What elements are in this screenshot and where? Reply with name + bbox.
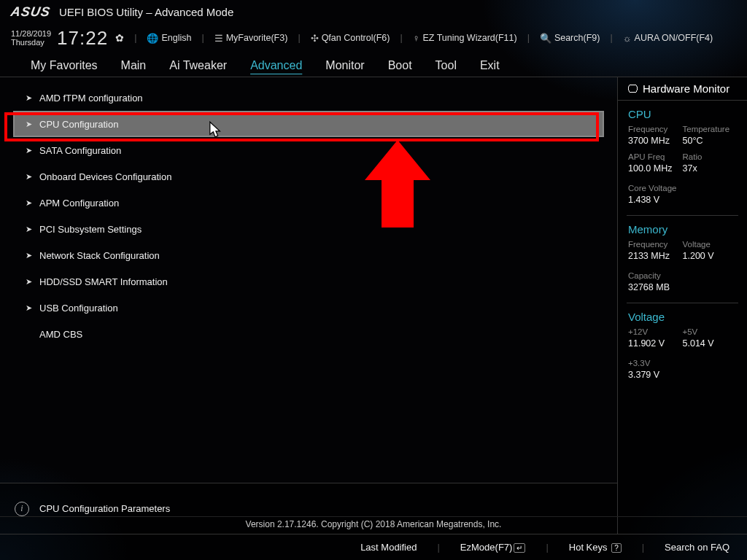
hw-mem-freq: 2133 MHz (628, 251, 683, 265)
hw-label: Ratio (683, 152, 738, 161)
footer-bar: Last Modified | EzMode(F7)↵ | Hot Keys ?… (0, 534, 747, 560)
hw-label: Frequency (628, 240, 683, 249)
hw-cpu-corev: 1.438 V (628, 195, 737, 209)
tab-tool[interactable]: Tool (434, 55, 458, 77)
list-item[interactable]: ➤APM Configuration (13, 190, 604, 216)
hw-volt-33: 3.379 V (628, 370, 737, 384)
clock: 17:22 (57, 27, 108, 50)
swap-icon: ↵ (514, 543, 525, 553)
tab-myfavorites[interactable]: My Favorites (29, 55, 99, 77)
info-icon: i (15, 502, 29, 516)
list-item-label: USB Configuration (39, 303, 118, 314)
last-modified-button[interactable]: Last Modified (360, 542, 417, 553)
list-item-label: APM Configuration (39, 198, 119, 209)
chevron-right-icon: ➤ (25, 277, 32, 287)
hw-volt-5: 5.014 V (683, 338, 738, 353)
info-strip: 11/28/2019 Thursday 17:22 ✿ | 🌐English |… (0, 23, 747, 52)
search-button[interactable]: 🔍Search(F9) (540, 33, 600, 44)
list-item[interactable]: ➤USB Configuration (13, 295, 604, 321)
faq-button[interactable]: Search on FAQ (665, 542, 729, 553)
title-bar: ASUS UEFI BIOS Utility – Advanced Mode (0, 0, 747, 23)
hw-voltage-title: Voltage (618, 303, 747, 327)
hw-label: +3.3V (628, 359, 737, 368)
list-item[interactable]: AMD CBS (13, 321, 604, 347)
bulb-icon: ♀ (413, 33, 420, 44)
star-icon: ☰ (214, 33, 223, 44)
globe-icon: 🌐 (147, 33, 158, 44)
chevron-right-icon: ➤ (25, 146, 32, 155)
hotkeys-button[interactable]: Hot Keys ? (569, 542, 622, 553)
main-panel: ➤AMD fTPM configuration➤CPU Configuratio… (0, 77, 617, 534)
hw-label: Temperature (683, 125, 738, 133)
hw-mem-cap: 32768 MB (628, 282, 737, 297)
date-value: 11/28/2019 (11, 29, 51, 38)
list-item[interactable]: ➤HDD/SSD SMART Information (13, 268, 604, 295)
version-text: Version 2.17.1246. Copyright (C) 2018 Am… (0, 516, 747, 531)
tab-monitor[interactable]: Monitor (324, 55, 365, 77)
settings-list: ➤AMD fTPM configuration➤CPU Configuratio… (0, 77, 617, 483)
chevron-right-icon: ➤ (25, 120, 32, 129)
help-icon: ? (611, 543, 622, 553)
list-item-label: HDD/SSD SMART Information (39, 276, 168, 287)
hw-cpu-apufreq: 100.0 MHz (628, 163, 683, 178)
window-title: UEFI BIOS Utility – Advanced Mode (59, 6, 233, 18)
hw-mem-volt: 1.200 V (683, 251, 738, 265)
hw-monitor-title: 🖵 Hardware Monitor (618, 77, 747, 101)
chevron-right-icon: ➤ (25, 172, 32, 182)
eztuning-button[interactable]: ♀EZ Tuning Wizard(F11) (413, 33, 517, 44)
qfan-button[interactable]: ✣Qfan Control(F6) (311, 33, 390, 44)
hw-cpu-temp: 50°C (683, 136, 738, 150)
hw-label: Capacity (628, 271, 737, 280)
chevron-right-icon: ➤ (25, 198, 32, 208)
tab-boot[interactable]: Boot (387, 55, 414, 77)
datetime: 11/28/2019 Thursday 17:22 ✿ (11, 27, 124, 50)
hw-cpu-title: CPU (618, 101, 747, 125)
list-item-label: AMD fTPM configuration (39, 93, 143, 104)
hw-cpu-ratio: 37x (683, 163, 738, 178)
hw-volt-12: 11.902 V (628, 338, 683, 353)
tab-advanced[interactable]: Advanced (249, 55, 303, 77)
list-item-label: PCI Subsystem Settings (39, 224, 142, 235)
hw-label: +12V (628, 327, 683, 336)
help-text: CPU Configuration Parameters (39, 503, 170, 514)
search-icon: 🔍 (540, 33, 551, 44)
hw-label: +5V (683, 327, 738, 336)
list-item[interactable]: ➤SATA Configuration (13, 137, 604, 163)
chevron-right-icon: ➤ (25, 93, 32, 103)
list-item-label: AMD CBS (39, 329, 82, 340)
day-value: Thursday (11, 38, 51, 47)
gear-icon[interactable]: ✿ (115, 32, 124, 44)
tab-aitweaker[interactable]: Ai Tweaker (168, 55, 228, 77)
hw-label: APU Freq (628, 152, 683, 161)
list-item-label: Onboard Devices Configuration (39, 171, 171, 182)
list-item[interactable]: ➤PCI Subsystem Settings (13, 216, 604, 242)
list-item[interactable]: ➤AMD fTPM configuration (13, 85, 604, 111)
hw-label: Frequency (628, 125, 683, 133)
list-item[interactable]: ➤CPU Configuration (13, 111, 604, 137)
chevron-right-icon: ➤ (25, 303, 32, 313)
hardware-monitor-panel: 🖵 Hardware Monitor CPU Frequency Tempera… (617, 77, 747, 534)
chevron-right-icon: ➤ (25, 225, 32, 234)
language-button[interactable]: 🌐English (147, 33, 191, 44)
ezmode-button[interactable]: EzMode(F7)↵ (460, 542, 526, 553)
tab-main[interactable]: Main (120, 55, 148, 77)
hw-label: Core Voltage (628, 184, 737, 192)
monitor-icon: 🖵 (627, 82, 638, 95)
hw-memory-title: Memory (618, 216, 747, 240)
tab-exit[interactable]: Exit (479, 55, 501, 77)
list-item[interactable]: ➤Onboard Devices Configuration (13, 163, 604, 190)
fan-icon: ✣ (311, 33, 319, 44)
chevron-right-icon: ➤ (25, 251, 32, 260)
hw-cpu-freq: 3700 MHz (628, 136, 683, 150)
list-item-label: SATA Configuration (39, 145, 121, 156)
list-item-label: Network Stack Configuration (39, 250, 160, 261)
hw-label: Voltage (683, 240, 738, 249)
aura-button[interactable]: ☼AURA ON/OFF(F4) (623, 33, 713, 44)
list-item-label: CPU Configuration (39, 119, 118, 130)
main-tabs: My Favorites Main Ai Tweaker Advanced Mo… (0, 52, 747, 77)
aura-icon: ☼ (623, 33, 632, 44)
list-item[interactable]: ➤Network Stack Configuration (13, 242, 604, 268)
myfavorite-button[interactable]: ☰MyFavorite(F3) (214, 33, 288, 44)
brand-logo: ASUS (9, 4, 52, 20)
